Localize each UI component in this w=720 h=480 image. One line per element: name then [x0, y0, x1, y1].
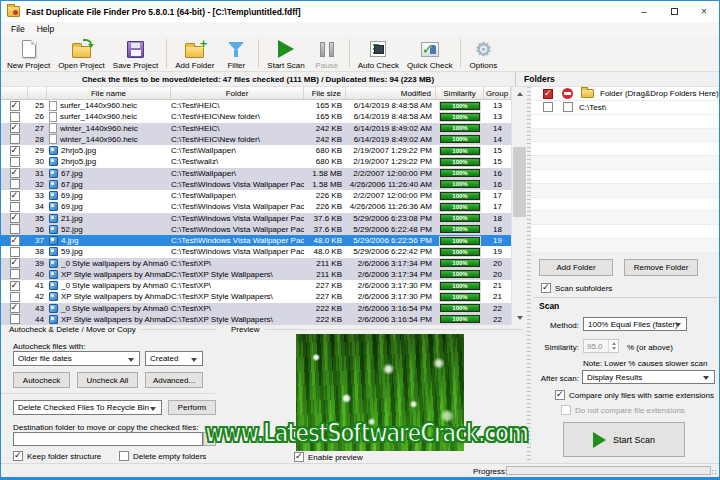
- row-checkbox[interactable]: [10, 236, 20, 246]
- table-row[interactable]: 3267.jpgC:\Test\Windows Vista Wallpaper …: [1, 179, 511, 190]
- row-checkbox[interactable]: [10, 314, 20, 324]
- toolbar-button-options[interactable]: ⚙Options: [465, 36, 501, 71]
- table-row[interactable]: 41_0 Style wallpapers by Ahma0 004.jpgC:…: [1, 280, 511, 291]
- table-row[interactable]: 44XP Style wallpapers by AhmaD 005.jpgC:…: [1, 314, 511, 325]
- compare-same-ext-checkbox[interactable]: [555, 390, 565, 400]
- start-scan-button[interactable]: Start Scan: [563, 422, 685, 457]
- column-header-folder[interactable]: Folder: [171, 87, 304, 99]
- table-row[interactable]: 302hrjo5.jpgC:\Test\wallz\680 KB2/19/200…: [1, 156, 511, 167]
- scroll-down-icon[interactable]: [512, 311, 527, 325]
- row-checkbox[interactable]: [10, 168, 20, 178]
- toolbar-button-open-project[interactable]: Open Project: [54, 36, 109, 71]
- table-scrollbar[interactable]: [511, 87, 527, 325]
- table-row[interactable]: 3369.jpgC:\Test\Wallpaper\226 KB2/2/2007…: [1, 190, 511, 201]
- resize-grip-icon[interactable]: [711, 469, 718, 476]
- table-row[interactable]: 39_0 Style wallpapers by Ahma0 003.jpgC:…: [1, 258, 511, 269]
- table-row[interactable]: 3521.jpgC:\Test\Windows Vista Wallpaper …: [1, 213, 511, 224]
- row-checkbox[interactable]: [10, 292, 20, 302]
- uncheck-all-button[interactable]: Uncheck All: [77, 372, 138, 388]
- column-header-file-name[interactable]: File name: [47, 87, 171, 99]
- advanced-button[interactable]: Advanced...: [145, 372, 203, 388]
- row-checkbox[interactable]: [10, 146, 20, 156]
- image-file-icon: [49, 259, 58, 268]
- toolbar-button-label: Open Project: [58, 61, 105, 70]
- row-checkbox[interactable]: [10, 191, 20, 201]
- enable-preview-checkbox[interactable]: [294, 452, 304, 462]
- toolbar-button-add-folder[interactable]: +Add Folder: [171, 36, 218, 71]
- table-row[interactable]: 43_0 Style wallpapers by Ahma0 005.jpgC:…: [1, 303, 511, 314]
- table-row[interactable]: 26surfer_1440x960.heicC:\Test\HEIC\New f…: [1, 111, 511, 122]
- row-checkbox[interactable]: [10, 247, 20, 257]
- add-folder-button[interactable]: Add Folder: [539, 259, 613, 276]
- toolbar-button-label: Quick Check: [407, 61, 452, 70]
- column-header-file-size[interactable]: File size: [304, 87, 346, 99]
- image-file-icon: [49, 304, 58, 313]
- table-row[interactable]: 27winter_1440x960.heicC:\Test\HEIC\242 K…: [1, 123, 511, 134]
- menu-help[interactable]: Help: [31, 24, 60, 34]
- row-checkbox[interactable]: [10, 303, 20, 313]
- folder-exclude-checkbox[interactable]: [563, 102, 573, 112]
- table-row[interactable]: 3469.jpgC:\Test\Windows Vista Wallpaper …: [1, 201, 511, 212]
- table-row[interactable]: 42XP Style wallpapers by AhmaD 004.jpgC:…: [1, 291, 511, 302]
- watermark-text: www.LatestSoftwareCrack.com: [205, 419, 509, 448]
- row-checkbox[interactable]: [10, 101, 20, 111]
- column-header-group[interactable]: Group: [484, 87, 511, 99]
- table-row[interactable]: 3652.jpgC:\Test\Windows Vista Wallpaper …: [1, 224, 511, 235]
- row-checkbox[interactable]: [10, 112, 20, 122]
- column-header-index[interactable]: [28, 87, 47, 99]
- similarity-spinner[interactable]: 95.0: [583, 339, 619, 353]
- toolbar-button-start-scan[interactable]: Start Scan: [263, 36, 308, 71]
- toolbar-button-new-project[interactable]: New Project: [3, 36, 54, 71]
- autocheck-button[interactable]: Autocheck: [13, 372, 70, 388]
- table-row[interactable]: 25surfer_1440x960.heicC:\Test\HEIC\165 K…: [1, 100, 511, 111]
- remove-folder-button[interactable]: Remove Folder: [624, 259, 698, 276]
- column-header-check[interactable]: [1, 87, 28, 99]
- perform-button[interactable]: Perform: [168, 400, 216, 415]
- row-checkbox[interactable]: [10, 258, 20, 268]
- table-row[interactable]: 3167.jpgC:\Test\Wallpaper\1.58 MB2/2/200…: [1, 168, 511, 179]
- folders-select-all-checkbox[interactable]: [543, 89, 553, 99]
- spinner-arrows-icon[interactable]: [608, 340, 618, 352]
- column-header-modified[interactable]: Modified: [346, 87, 436, 99]
- row-checkbox[interactable]: [10, 269, 20, 279]
- scan-subfolders-row: Scan subfolders: [541, 283, 612, 293]
- column-header-similarity[interactable]: Similarity: [436, 87, 484, 99]
- row-checkbox[interactable]: [10, 134, 20, 144]
- row-checkbox[interactable]: [10, 281, 20, 291]
- row-checkbox[interactable]: [10, 224, 20, 234]
- menu-file[interactable]: File: [5, 24, 31, 34]
- method-select[interactable]: 100% Equal Files (faster): [583, 317, 687, 331]
- empty-folder-row: [531, 170, 719, 184]
- keep-structure-checkbox[interactable]: [13, 451, 23, 461]
- folder-include-checkbox[interactable]: [543, 102, 553, 112]
- table-row[interactable]: 3859.jpgC:\Test\Windows Vista Wallpaper …: [1, 246, 511, 257]
- similarity-value: 100%: [452, 136, 467, 142]
- action-select[interactable]: Delete Checked Files To Recycle Bin: [13, 400, 162, 415]
- delete-empty-checkbox[interactable]: [119, 451, 129, 461]
- maximize-icon[interactable]: [659, 1, 689, 22]
- similarity-value: 100%: [452, 193, 467, 199]
- row-checkbox[interactable]: [10, 202, 20, 212]
- minimize-icon[interactable]: –: [629, 1, 659, 22]
- scrollbar-thumb[interactable]: [513, 147, 526, 217]
- after-scan-select[interactable]: Display Results: [582, 370, 715, 384]
- row-checkbox[interactable]: [10, 213, 20, 223]
- toolbar-button-quick-check[interactable]: Quick Check: [403, 36, 456, 71]
- date-field-select[interactable]: Created: [145, 351, 203, 366]
- scan-subfolders-checkbox[interactable]: [541, 283, 551, 293]
- date-mode-select[interactable]: Older file dates: [13, 351, 140, 366]
- close-icon[interactable]: ×: [689, 1, 719, 22]
- toolbar-button-save-project[interactable]: Save Project: [109, 36, 162, 71]
- row-checkbox[interactable]: [10, 123, 20, 133]
- row-checkbox[interactable]: [10, 157, 20, 167]
- row-checkbox[interactable]: [10, 179, 20, 189]
- table-row[interactable]: 28winter_1440x960.heicC:\Test\HEIC\New f…: [1, 134, 511, 145]
- toolbar-button-auto-check[interactable]: Auto Check: [354, 36, 403, 71]
- table-row[interactable]: 292hrjo5.jpgC:\Test\Wallpaper\680 KB2/19…: [1, 145, 511, 156]
- folder-row[interactable]: C:\Test\: [531, 101, 719, 115]
- table-row[interactable]: 374.jpgC:\Test\Windows Vista Wallpaper P…: [1, 235, 511, 246]
- table-row[interactable]: 40XP Style wallpapers by AhmaD 003.jpgC:…: [1, 269, 511, 280]
- toolbar-button-filter[interactable]: Filter: [218, 36, 254, 71]
- destination-input[interactable]: [13, 432, 203, 446]
- scroll-up-icon[interactable]: [512, 87, 527, 101]
